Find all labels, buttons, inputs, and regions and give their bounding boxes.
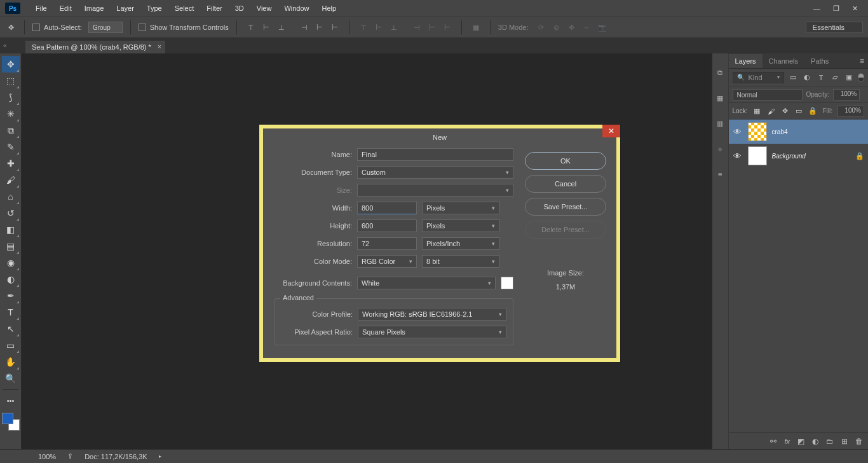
auto-align-icon[interactable]: ▦ bbox=[470, 21, 482, 34]
pixel-aspect-select[interactable]: Square Pixels▾ bbox=[358, 326, 506, 338]
tool-type[interactable]: T bbox=[2, 304, 20, 321]
link-layers-icon[interactable]: ⚯ bbox=[770, 437, 776, 446]
document-tab[interactable]: Sea Pattern @ 100% (crab4, RGB/8) * × bbox=[25, 41, 165, 53]
layer-filter-type[interactable]: 🔍Kind▾ bbox=[733, 72, 784, 83]
tool-history-brush[interactable]: ↺ bbox=[2, 205, 20, 221]
tool-stamp[interactable]: ⌂ bbox=[2, 188, 20, 205]
panel-menu-icon[interactable]: ≡ bbox=[856, 57, 868, 66]
distribute-right-icon[interactable]: ⊢ bbox=[441, 21, 454, 34]
doctype-select[interactable]: Custom▾ bbox=[357, 166, 513, 179]
filter-pixel-icon[interactable]: ▭ bbox=[788, 73, 798, 83]
tool-gradient[interactable]: ▤ bbox=[2, 238, 20, 254]
new-layer-icon[interactable]: ⊞ bbox=[841, 437, 848, 446]
tool-eraser[interactable]: ◧ bbox=[2, 221, 20, 238]
tab-paths[interactable]: Paths bbox=[804, 54, 835, 68]
color-panel-icon[interactable]: ▦ bbox=[712, 90, 728, 106]
align-top-icon[interactable]: ⊤ bbox=[245, 21, 257, 34]
visibility-toggle-icon[interactable]: 👁 bbox=[733, 151, 743, 161]
tool-path-select[interactable]: ↖ bbox=[2, 321, 20, 337]
tab-channels[interactable]: Channels bbox=[763, 54, 804, 68]
history-panel-icon[interactable]: ⧉ bbox=[712, 65, 728, 80]
filter-adjust-icon[interactable]: ◐ bbox=[802, 73, 812, 83]
menu-image[interactable]: Image bbox=[78, 2, 111, 15]
resolution-unit-select[interactable]: Pixels/Inch▾ bbox=[422, 237, 499, 250]
distribute-left-icon[interactable]: ⊣ bbox=[410, 21, 423, 34]
canvas[interactable]: New ✕ Name: Document Type: Custom▾ Size: bbox=[22, 53, 712, 449]
auto-select-scope[interactable]: Group bbox=[88, 22, 123, 33]
tool-move[interactable]: ✥ bbox=[2, 56, 20, 73]
height-input[interactable] bbox=[357, 219, 417, 232]
align-vcenter-icon[interactable]: ⊢ bbox=[260, 21, 273, 34]
zoom-level[interactable]: 100% bbox=[38, 453, 56, 460]
edit-toolbar-icon[interactable]: ••• bbox=[2, 392, 20, 409]
distribute-vcenter-icon[interactable]: ⊢ bbox=[372, 21, 385, 34]
width-unit-select[interactable]: Pixels▾ bbox=[422, 202, 499, 214]
width-input[interactable] bbox=[357, 202, 417, 214]
bgcontents-swatch[interactable] bbox=[501, 277, 513, 289]
filter-toggle-icon[interactable] bbox=[858, 73, 864, 82]
lock-paint-icon[interactable]: 🖌 bbox=[766, 107, 775, 116]
cancel-button[interactable]: Cancel bbox=[525, 175, 606, 193]
lock-position-icon[interactable]: ✥ bbox=[780, 107, 789, 116]
3d-pan-icon[interactable]: ✥ bbox=[566, 21, 578, 34]
tool-eyedropper[interactable]: ✎ bbox=[2, 139, 20, 155]
workspace-switcher[interactable]: Essentials bbox=[806, 22, 863, 33]
tool-blur[interactable]: ◉ bbox=[2, 254, 20, 271]
menu-help[interactable]: Help bbox=[316, 2, 343, 15]
tool-hand[interactable]: ✋ bbox=[2, 354, 20, 370]
tool-lasso[interactable]: ⟆ bbox=[2, 89, 20, 106]
lock-artboard-icon[interactable]: ▭ bbox=[794, 107, 803, 116]
libraries-panel-icon[interactable]: ⟐ bbox=[712, 141, 728, 156]
layer-row[interactable]: 👁 Background 🔒 bbox=[729, 144, 868, 168]
layer-mask-icon[interactable]: ◩ bbox=[797, 437, 804, 446]
menu-window[interactable]: Window bbox=[278, 2, 315, 15]
close-button[interactable]: ✕ bbox=[852, 4, 858, 13]
layer-style-icon[interactable]: fx bbox=[784, 437, 790, 446]
lock-pixels-icon[interactable]: ▦ bbox=[752, 107, 761, 116]
3d-orbit-icon[interactable]: ⟳ bbox=[535, 21, 548, 34]
menu-file[interactable]: File bbox=[29, 2, 53, 15]
layer-thumbnail[interactable] bbox=[748, 146, 767, 165]
tool-brush[interactable]: 🖌 bbox=[2, 172, 20, 188]
resolution-input[interactable] bbox=[357, 237, 417, 250]
dialog-close-button[interactable]: ✕ bbox=[602, 125, 620, 137]
menu-layer[interactable]: Layer bbox=[110, 2, 140, 15]
menu-view[interactable]: View bbox=[250, 2, 278, 15]
layer-row[interactable]: 👁 crab4 bbox=[729, 120, 868, 144]
close-tab-icon[interactable]: × bbox=[158, 43, 161, 50]
foreground-color-swatch[interactable] bbox=[2, 413, 13, 424]
align-hcenter-icon[interactable]: ⊢ bbox=[313, 21, 326, 34]
swatches-panel-icon[interactable]: ▥ bbox=[712, 116, 728, 131]
colormode-select[interactable]: RGB Color▾ bbox=[357, 255, 417, 268]
layer-name[interactable]: crab4 bbox=[772, 128, 788, 135]
filter-shape-icon[interactable]: ▱ bbox=[830, 73, 840, 83]
tool-healing[interactable]: ✚ bbox=[2, 155, 20, 172]
layer-thumbnail[interactable] bbox=[748, 122, 767, 141]
tool-zoom[interactable]: 🔍 bbox=[2, 370, 20, 387]
restore-button[interactable]: ❐ bbox=[833, 4, 839, 13]
visibility-toggle-icon[interactable]: 👁 bbox=[733, 127, 743, 137]
collapse-toolbar-icon[interactable]: « bbox=[3, 42, 7, 49]
tool-pen[interactable]: ✒ bbox=[2, 287, 20, 304]
adjustments-panel-icon[interactable]: ≡ bbox=[712, 167, 728, 182]
bgcontents-select[interactable]: White▾ bbox=[357, 277, 496, 289]
menu-select[interactable]: Select bbox=[168, 2, 201, 15]
menu-3d[interactable]: 3D bbox=[229, 2, 250, 15]
layer-group-icon[interactable]: 🗀 bbox=[826, 437, 834, 446]
tool-shape[interactable]: ▭ bbox=[2, 337, 20, 354]
align-left-icon[interactable]: ⊣ bbox=[298, 21, 311, 34]
lock-all-icon[interactable]: 🔒 bbox=[808, 107, 817, 116]
tool-dodge[interactable]: ◐ bbox=[2, 271, 20, 287]
layer-name[interactable]: Background bbox=[772, 153, 806, 160]
opacity-input[interactable]: 100% bbox=[833, 89, 860, 100]
color-profile-select[interactable]: Working RGB: sRGB IEC61966-2.1▾ bbox=[358, 308, 506, 321]
align-bottom-icon[interactable]: ⊥ bbox=[275, 21, 288, 34]
tab-layers[interactable]: Layers bbox=[729, 54, 763, 68]
tool-quick-select[interactable]: ✳ bbox=[2, 106, 20, 122]
3d-slide-icon[interactable]: ↔ bbox=[581, 21, 593, 34]
adjustment-layer-icon[interactable]: ◐ bbox=[812, 437, 818, 446]
filter-type-icon[interactable]: T bbox=[816, 73, 826, 83]
3d-camera-icon[interactable]: 📷 bbox=[596, 21, 609, 34]
distribute-hcenter-icon[interactable]: ⊢ bbox=[426, 21, 438, 34]
save-preset-button[interactable]: Save Preset... bbox=[525, 198, 606, 216]
